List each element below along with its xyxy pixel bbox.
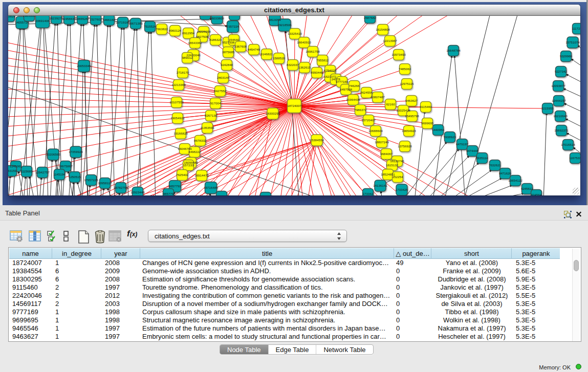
svg-text:7625402: 7625402 [176, 173, 189, 177]
svg-text:1145194: 1145194 [53, 172, 66, 176]
svg-text:20053346: 20053346 [77, 64, 91, 68]
svg-text:20691406: 20691406 [35, 19, 50, 23]
svg-text:16543362: 16543362 [188, 41, 202, 45]
svg-text:965779: 965779 [163, 192, 174, 195]
svg-text:157164: 157164 [216, 194, 227, 195]
svg-text:9699695: 9699695 [421, 121, 434, 125]
svg-text:9227342: 9227342 [555, 70, 568, 73]
svg-text:9684067: 9684067 [380, 152, 393, 156]
svg-text:12923446: 12923446 [130, 190, 145, 194]
svg-text:16961758: 16961758 [306, 50, 320, 53]
svg-text:9245612: 9245612 [521, 187, 534, 190]
svg-text:20206565: 20206565 [46, 152, 60, 156]
svg-text:6794028: 6794028 [324, 69, 337, 72]
svg-text:8471626: 8471626 [499, 171, 512, 175]
svg-text:10807487: 10807487 [371, 95, 385, 99]
svg-text:16154808: 16154808 [376, 28, 390, 31]
svg-text:15384554: 15384554 [310, 138, 324, 142]
svg-text:1615132: 1615132 [386, 163, 399, 167]
svg-text:1440954: 1440954 [432, 128, 445, 132]
svg-text:9657791: 9657791 [169, 184, 182, 188]
svg-text:9242848: 9242848 [221, 63, 233, 67]
svg-text:5938923: 5938923 [444, 135, 456, 139]
svg-text:8990448: 8990448 [311, 71, 323, 74]
svg-text:10655267: 10655267 [75, 17, 90, 20]
svg-text:6497568: 6497568 [340, 87, 353, 91]
svg-text:16120746: 16120746 [390, 159, 404, 163]
svg-text:7986372: 7986372 [354, 108, 367, 112]
svg-text:8267130: 8267130 [205, 114, 217, 117]
svg-text:18724007: 18724007 [287, 104, 301, 107]
svg-text:7485063: 7485063 [399, 67, 411, 71]
svg-text:933159: 933159 [8, 169, 17, 172]
svg-text:7515524: 7515524 [144, 25, 157, 28]
svg-text:8912954: 8912954 [182, 31, 195, 35]
svg-text:989012: 989012 [182, 56, 193, 59]
svg-text:1588520: 1588520 [273, 56, 286, 60]
svg-text:10973493: 10973493 [391, 53, 406, 56]
svg-text:8186323: 8186323 [209, 38, 222, 41]
svg-text:2803144: 2803144 [217, 76, 230, 79]
svg-text:12093877: 12093877 [551, 84, 565, 87]
svg-text:12975115: 12975115 [400, 82, 414, 85]
svg-text:3875685: 3875685 [222, 50, 235, 54]
svg-text:252254: 252254 [393, 175, 403, 179]
svg-text:17957225: 17957225 [84, 178, 98, 182]
svg-text:2718170: 2718170 [177, 71, 189, 74]
svg-text:19166825: 19166825 [173, 132, 188, 135]
svg-text:2687682: 2687682 [364, 16, 377, 19]
svg-text:9329966: 9329966 [560, 54, 573, 58]
svg-text:13756928: 13756928 [398, 144, 412, 148]
svg-text:18807249: 18807249 [375, 140, 389, 144]
svg-text:18300295: 18300295 [266, 112, 280, 115]
svg-text:154640: 154640 [229, 38, 239, 41]
svg-text:3215955: 3215955 [541, 106, 554, 110]
svg-text:13325419: 13325419 [288, 32, 302, 35]
svg-text:8963829: 8963829 [8, 16, 16, 18]
svg-text:12444157: 12444157 [552, 99, 566, 102]
svg-text:2367608: 2367608 [234, 45, 247, 48]
svg-text:10107553: 10107553 [169, 100, 184, 104]
svg-text:9463627: 9463627 [405, 99, 418, 102]
svg-text:9777169: 9777169 [336, 80, 349, 83]
svg-text:1733426: 1733426 [396, 188, 408, 191]
svg-text:1115689: 1115689 [20, 169, 33, 173]
svg-text:15751074: 15751074 [565, 40, 580, 44]
svg-text:19654923: 19654923 [402, 129, 416, 133]
svg-text:963827: 963827 [229, 16, 240, 16]
svg-text:9827506: 9827506 [196, 35, 209, 38]
svg-text:18226058: 18226058 [197, 30, 211, 33]
svg-text:15716485: 15716485 [204, 186, 218, 189]
svg-text:12213967: 12213967 [383, 39, 397, 42]
svg-text:15720407: 15720407 [361, 118, 376, 122]
svg-text:2935114: 2935114 [476, 156, 488, 160]
svg-text:10719185: 10719185 [116, 20, 130, 24]
svg-text:8454749: 8454749 [248, 48, 260, 51]
svg-text:10025438: 10025438 [396, 108, 410, 112]
svg-text:8322037: 8322037 [287, 63, 299, 67]
svg-text:16914479: 16914479 [194, 173, 209, 177]
svg-text:9146821: 9146821 [260, 52, 273, 56]
svg-text:14055724: 14055724 [15, 20, 29, 24]
svg-text:10958117: 10958117 [98, 181, 112, 185]
svg-text:7955812: 7955812 [316, 58, 329, 62]
svg-text:14136141: 14136141 [373, 184, 387, 187]
svg-text:8960124: 8960124 [169, 29, 182, 32]
svg-text:15692371: 15692371 [554, 128, 569, 132]
svg-text:8678332: 8678332 [194, 139, 207, 142]
svg-text:20364436: 20364436 [346, 98, 360, 101]
svg-text:9115460: 9115460 [420, 105, 432, 108]
svg-text:11353594: 11353594 [200, 126, 214, 129]
svg-text:19218506: 19218506 [277, 23, 292, 27]
svg-text:16033809: 16033809 [210, 16, 224, 20]
svg-text:3624554: 3624554 [360, 91, 373, 94]
svg-text:12213369: 12213369 [171, 83, 186, 86]
svg-text:924564: 924564 [531, 193, 542, 195]
svg-text:1167533: 1167533 [569, 156, 580, 160]
svg-text:7663822: 7663822 [156, 27, 168, 31]
svg-text:1117254: 1117254 [572, 27, 580, 30]
svg-text:9474444: 9474444 [466, 149, 479, 152]
svg-text:17359924: 17359924 [69, 150, 83, 154]
svg-text:1245061: 1245061 [10, 164, 23, 168]
svg-text:15495798: 15495798 [405, 114, 419, 118]
